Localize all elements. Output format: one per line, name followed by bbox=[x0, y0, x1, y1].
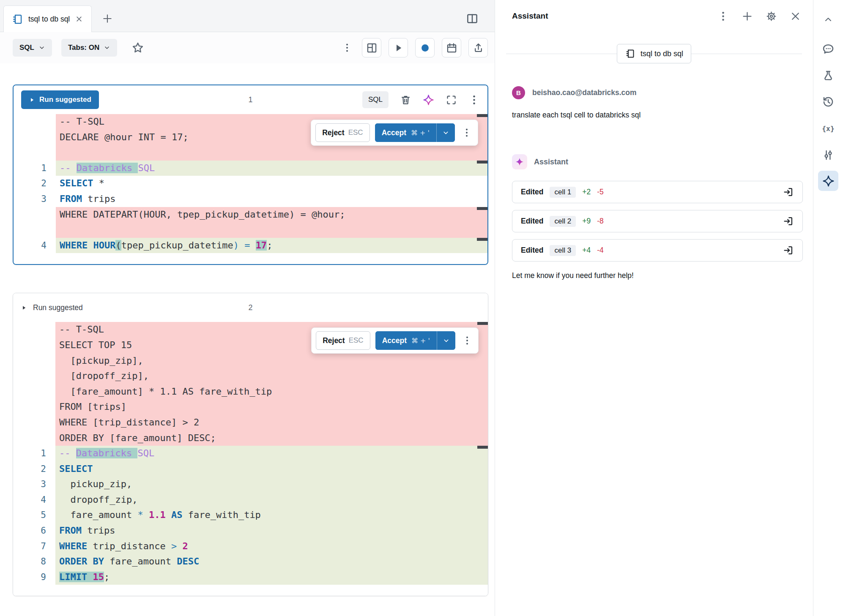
line-number: 4 bbox=[13, 492, 55, 508]
assistant-rail-button[interactable] bbox=[818, 171, 838, 191]
line-number bbox=[14, 130, 56, 145]
goto-cell-icon[interactable] bbox=[783, 186, 794, 198]
code-line[interactable]: WHERE [trip_distance] > 2 bbox=[13, 415, 488, 431]
code-line[interactable]: 4 dropoff_zip, bbox=[13, 492, 488, 508]
accept-dropdown-button[interactable] bbox=[436, 123, 455, 142]
code-line[interactable]: 4 WHERE HOUR(tpep_pickup_datetime) = 17; bbox=[14, 238, 487, 253]
line-number: 3 bbox=[13, 477, 55, 492]
notebook-icon bbox=[11, 14, 23, 25]
diff-action-bar: RejectESC Accept⌘ + ' bbox=[311, 327, 479, 354]
new-chat-icon[interactable] bbox=[742, 11, 753, 22]
accept-button[interactable]: Accept⌘ + ' bbox=[375, 331, 437, 350]
cell-reference-chip: cell 2 bbox=[550, 216, 576, 227]
code-line[interactable]: 3 FROM trips bbox=[14, 191, 487, 207]
comments-icon[interactable] bbox=[822, 43, 835, 55]
run-all-button[interactable] bbox=[389, 38, 408, 57]
tabs-toggle-label: Tabs: ON bbox=[68, 44, 99, 52]
run-suggested-button[interactable]: Run suggested bbox=[21, 90, 99, 109]
environment-icon[interactable] bbox=[822, 149, 835, 161]
assistant-title: Assistant bbox=[512, 11, 705, 21]
context-chip-label: tsql to db sql bbox=[640, 49, 683, 58]
line-number: 4 bbox=[14, 238, 56, 253]
notebook-cell-2[interactable]: Run suggested 2 -- T-SQL SELECT TOP 15 [… bbox=[13, 293, 488, 596]
code-editor[interactable]: -- T-SQL DECLARE @hour INT = 17; 1 -- Da… bbox=[14, 114, 487, 264]
code-line[interactable]: 2 SELECT bbox=[13, 461, 488, 477]
cell-header: Run suggested 1 SQL bbox=[14, 85, 487, 114]
code-line[interactable]: 6 FROM trips bbox=[13, 523, 488, 539]
edit-action-label: Edited bbox=[521, 188, 543, 196]
edited-cell-card[interactable]: Edited cell 1 +2 -5 bbox=[512, 181, 803, 203]
code-line[interactable]: 1 -- Databricks SQL bbox=[14, 161, 487, 176]
line-number bbox=[13, 431, 55, 446]
version-history-icon[interactable] bbox=[822, 95, 835, 108]
assistant-sparkle-icon[interactable] bbox=[423, 94, 434, 106]
code-line[interactable]: 9 LIMIT 15; bbox=[13, 570, 488, 585]
code-editor[interactable]: -- T-SQL SELECT TOP 15 [pickup_zip], [dr… bbox=[13, 322, 488, 596]
tabs-toggle[interactable]: Tabs: ON bbox=[61, 39, 117, 57]
experiments-icon[interactable] bbox=[822, 69, 835, 82]
code-line[interactable]: [pickup_zip], bbox=[13, 353, 488, 369]
goto-cell-icon[interactable] bbox=[783, 215, 794, 227]
right-rail: {x} bbox=[813, 0, 843, 616]
code-line[interactable] bbox=[14, 145, 487, 161]
compute-status-button[interactable] bbox=[415, 38, 435, 57]
line-number bbox=[13, 384, 55, 400]
accept-button[interactable]: Accept⌘ + ' bbox=[375, 123, 436, 142]
line-number bbox=[14, 145, 56, 161]
diff-kebab-icon[interactable] bbox=[462, 128, 472, 138]
line-number: 7 bbox=[13, 539, 55, 554]
close-assistant-icon[interactable] bbox=[790, 11, 801, 22]
cell-list: Run suggested 1 SQL -- T-SQL DECLARE @ho… bbox=[0, 84, 495, 596]
code-line[interactable]: FROM [trips] bbox=[13, 399, 488, 415]
schedule-button[interactable] bbox=[442, 38, 461, 57]
edit-action-label: Edited bbox=[521, 217, 543, 226]
code-line[interactable]: 8 ORDER BY fare_amount DESC bbox=[13, 554, 488, 570]
code-line[interactable]: ORDER BY [fare_amount] DESC; bbox=[13, 431, 488, 446]
goto-cell-icon[interactable] bbox=[783, 245, 794, 256]
code-line[interactable]: [dropoff_zip], bbox=[13, 368, 488, 384]
cell-kebab-icon[interactable] bbox=[468, 94, 480, 106]
collapse-rail-icon[interactable] bbox=[823, 14, 833, 25]
diff-kebab-icon[interactable] bbox=[462, 335, 472, 346]
assistant-settings-icon[interactable] bbox=[766, 11, 777, 22]
expand-cell-icon[interactable] bbox=[446, 94, 457, 106]
share-button[interactable] bbox=[468, 38, 488, 57]
favorite-star-button[interactable] bbox=[131, 41, 144, 54]
toolbar-kebab-icon[interactable] bbox=[342, 43, 352, 53]
tab-close-icon[interactable] bbox=[75, 15, 83, 23]
code-line[interactable]: 3 pickup_zip, bbox=[13, 477, 488, 492]
code-line[interactable]: 7 WHERE trip_distance > 2 bbox=[13, 539, 488, 554]
reject-button[interactable]: RejectESC bbox=[315, 123, 370, 142]
tab-tsql-to-db-sql[interactable]: tsql to db sql bbox=[3, 5, 92, 32]
assistant-kebab-icon[interactable] bbox=[717, 11, 729, 22]
context-chip: tsql to db sql bbox=[617, 44, 691, 63]
cell-reference-chip: cell 1 bbox=[550, 187, 576, 198]
notebook-toolbar: SQL Tabs: ON bbox=[0, 32, 495, 63]
diff-ruler-mark bbox=[477, 207, 487, 210]
delete-cell-icon[interactable] bbox=[400, 94, 411, 106]
notebook-region: tsql to db sql SQL Tabs: ON Run suggeste… bbox=[0, 0, 495, 616]
line-number bbox=[13, 415, 55, 431]
dashboard-button[interactable] bbox=[362, 38, 381, 57]
notebook-cell-1[interactable]: Run suggested 1 SQL -- T-SQL DECLARE @ho… bbox=[13, 84, 488, 265]
cell-language-badge[interactable]: SQL bbox=[362, 91, 389, 108]
run-suggested-button[interactable]: Run suggested bbox=[21, 303, 83, 312]
diff-ruler-mark bbox=[477, 114, 487, 117]
new-tab-button[interactable] bbox=[102, 13, 113, 24]
code-line[interactable]: 2 SELECT * bbox=[14, 176, 487, 191]
edited-cell-card[interactable]: Edited cell 2 +9 -8 bbox=[512, 210, 803, 232]
code-line[interactable]: [fare_amount] * 1.1 AS fare_with_tip bbox=[13, 384, 488, 400]
assistant-closing-text: Let me know if you need further help! bbox=[512, 271, 796, 280]
reject-button[interactable]: RejectESC bbox=[316, 331, 370, 350]
language-selector-label: SQL bbox=[19, 44, 34, 52]
variables-icon[interactable]: {x} bbox=[822, 122, 835, 135]
code-line[interactable]: 5 fare_amount * 1.1 AS fare_with_tip bbox=[13, 507, 488, 523]
code-line[interactable] bbox=[14, 222, 487, 238]
user-message-header: B beishao.cao@databricks.com bbox=[512, 86, 796, 99]
code-line[interactable]: 1 -- Databricks SQL bbox=[13, 446, 488, 461]
accept-dropdown-button[interactable] bbox=[437, 331, 455, 350]
edited-cell-card[interactable]: Edited cell 3 +4 -4 bbox=[512, 239, 803, 262]
code-line[interactable]: WHERE DATEPART(HOUR, tpep_pickup_datetim… bbox=[14, 207, 487, 223]
split-view-button[interactable] bbox=[466, 12, 479, 25]
language-selector[interactable]: SQL bbox=[13, 39, 52, 57]
